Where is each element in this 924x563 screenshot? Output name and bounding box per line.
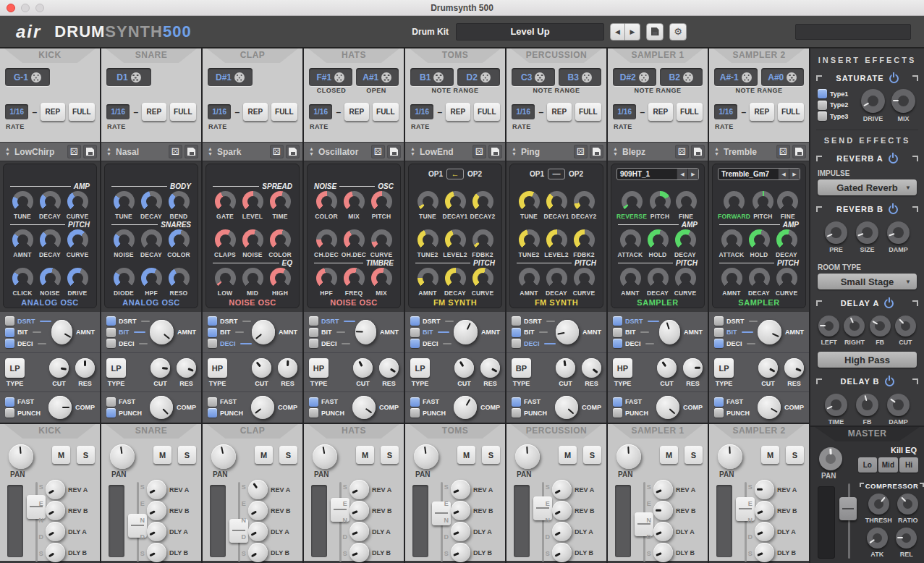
bit-toggle[interactable] <box>512 328 521 337</box>
note-button[interactable]: B1 <box>410 68 454 86</box>
send-knob-rev-a[interactable] <box>451 480 470 499</box>
prev-sample-button[interactable]: ◀ <box>677 169 687 179</box>
power-icon[interactable] <box>885 377 894 386</box>
knob-oh-dec[interactable] <box>344 229 365 250</box>
dsrt-toggle[interactable] <box>5 316 14 326</box>
filter-type-button[interactable]: LP <box>714 358 734 378</box>
rep-button[interactable]: REP <box>648 103 672 121</box>
full-button[interactable]: FULL <box>271 103 297 121</box>
deci-toggle[interactable] <box>714 339 724 348</box>
filter-type-button[interactable]: HP <box>613 358 632 378</box>
note-button[interactable]: A#-1 <box>714 68 758 86</box>
deci-toggle[interactable] <box>613 339 622 348</box>
power-icon[interactable] <box>889 154 898 164</box>
knob-drive[interactable] <box>861 89 885 113</box>
dsrt-toggle[interactable] <box>512 316 521 326</box>
knob-time[interactable] <box>270 191 291 212</box>
knob-cut[interactable] <box>895 316 916 336</box>
cutoff-knob[interactable] <box>252 358 271 378</box>
comp-knob[interactable] <box>555 396 578 419</box>
save-preset-button[interactable] <box>387 145 401 158</box>
rep-button[interactable]: REP <box>547 103 571 121</box>
knob-amnt[interactable] <box>721 268 742 289</box>
send-knob-rev-a[interactable] <box>653 480 673 499</box>
dsrt-toggle[interactable] <box>106 316 116 326</box>
save-preset-button[interactable] <box>792 145 806 158</box>
next-sample-button[interactable]: ▶ <box>789 169 800 179</box>
save-preset-button[interactable] <box>488 145 502 158</box>
knob-time[interactable] <box>825 394 847 416</box>
fast-toggle[interactable] <box>106 397 116 407</box>
note-button[interactable]: D2 <box>457 68 501 86</box>
mute-button[interactable]: M <box>356 446 374 464</box>
save-preset-button[interactable] <box>286 145 300 158</box>
send-knob-rev-a[interactable] <box>552 480 572 499</box>
send-knob-rev-a[interactable] <box>755 480 774 499</box>
amount-knob[interactable] <box>252 320 275 344</box>
knob-decay[interactable] <box>546 268 567 289</box>
rate-value[interactable]: 1/16 <box>714 104 737 119</box>
resonance-knob[interactable] <box>480 358 500 378</box>
knob-color[interactable] <box>316 191 337 212</box>
fast-toggle[interactable] <box>613 397 622 407</box>
master-pan-knob[interactable] <box>819 447 842 470</box>
knob-ch-dec[interactable] <box>316 229 337 250</box>
knob-curve[interactable] <box>67 229 88 250</box>
knob-curve[interactable] <box>472 268 493 289</box>
knob-decay2[interactable] <box>574 191 595 212</box>
send-knob-rev-a[interactable] <box>349 480 369 499</box>
mute-button[interactable]: M <box>761 446 779 464</box>
knob-noise[interactable] <box>40 268 61 289</box>
save-preset-button[interactable] <box>590 145 603 158</box>
cutoff-knob[interactable] <box>758 358 778 378</box>
knob-decay[interactable] <box>445 268 466 289</box>
send-knob-dly-b[interactable] <box>46 543 65 562</box>
knob-drive[interactable] <box>67 268 88 289</box>
solo-button[interactable]: S <box>482 446 500 464</box>
full-button[interactable]: FULL <box>677 103 703 121</box>
rate-value[interactable]: 1/16 <box>512 104 535 119</box>
cutoff-knob[interactable] <box>454 358 474 378</box>
knob-curve[interactable] <box>67 191 88 212</box>
randomize-button[interactable]: ⚄ <box>574 145 588 158</box>
knob-curve[interactable] <box>371 229 392 250</box>
op-route-button[interactable]: ← <box>446 169 464 179</box>
knob-decay1[interactable] <box>546 191 567 212</box>
note-button[interactable]: A#0 <box>761 68 805 86</box>
preset-name[interactable]: Blepz <box>620 147 673 157</box>
knob-tune2[interactable] <box>418 229 438 250</box>
note-button[interactable]: G-1 <box>5 68 50 86</box>
knob-bend[interactable] <box>169 191 190 212</box>
filter-type-button[interactable]: LP <box>5 358 25 378</box>
fast-toggle[interactable] <box>309 397 318 407</box>
drum-kit-selector[interactable]: Level Up <box>456 23 604 41</box>
punch-toggle[interactable] <box>512 408 521 418</box>
knob-noise[interactable] <box>114 229 135 250</box>
send-knob-rev-b[interactable] <box>653 501 673 520</box>
rate-value[interactable]: 1/16 <box>613 104 636 119</box>
send-knob-dly-b[interactable] <box>248 543 268 562</box>
resonance-knob[interactable] <box>582 358 601 378</box>
knob-pitch[interactable] <box>650 191 671 212</box>
knob-mix[interactable] <box>344 191 365 212</box>
knob-atk[interactable] <box>867 528 888 549</box>
dsrt-toggle[interactable] <box>714 316 724 326</box>
knob-fine[interactable] <box>676 191 697 212</box>
knob-high[interactable] <box>270 268 291 289</box>
full-button[interactable]: FULL <box>778 103 804 121</box>
rate-value[interactable]: 1/16 <box>410 104 433 119</box>
solo-button[interactable]: S <box>381 446 399 464</box>
knob-attack[interactable] <box>620 229 641 250</box>
save-preset-button[interactable] <box>691 145 705 158</box>
deci-toggle[interactable] <box>106 339 116 348</box>
knob-fdbk2[interactable] <box>472 229 493 250</box>
bit-toggle[interactable] <box>410 328 420 337</box>
kill-eq-button-mid[interactable]: Mid <box>878 457 898 473</box>
knob-tune[interactable] <box>12 191 33 212</box>
save-preset-button[interactable] <box>83 145 97 158</box>
knob-amnt[interactable] <box>620 268 641 289</box>
mute-button[interactable]: M <box>660 446 678 464</box>
filter-type-button[interactable]: LP <box>410 358 430 378</box>
power-icon[interactable] <box>884 299 894 308</box>
resonance-knob[interactable] <box>683 358 703 378</box>
